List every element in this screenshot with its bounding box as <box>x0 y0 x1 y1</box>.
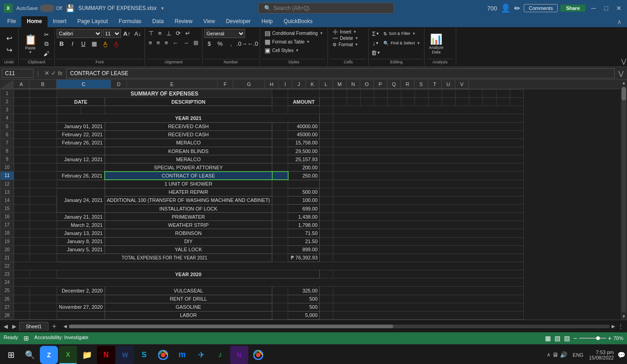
cell-i1[interactable] <box>333 90 347 98</box>
cell-desc7[interactable]: MERALCO <box>105 139 272 147</box>
cell-a4[interactable] <box>14 114 30 122</box>
cell-date27[interactable]: November 27, 2020 <box>57 303 105 311</box>
cell-desc8[interactable]: KOREAN BLINDS <box>105 147 272 155</box>
cell-h2[interactable] <box>320 98 333 106</box>
taskbar-messenger-app[interactable]: m <box>173 346 191 364</box>
indent-decrease-button[interactable]: ← <box>171 38 180 47</box>
taskbar-zoom-app[interactable]: Z <box>40 346 58 364</box>
undo-button[interactable]: ↩ <box>2 33 16 44</box>
font-selector[interactable]: Calibri <box>57 29 102 38</box>
cell-amt12[interactable] <box>288 180 320 188</box>
cell-a10[interactable] <box>14 163 30 172</box>
cell-date18[interactable]: January 13, 2021 <box>57 229 105 237</box>
zoom-slider[interactable] <box>579 338 606 339</box>
cell-b4[interactable] <box>30 114 57 122</box>
cell-m2[interactable] <box>388 98 401 106</box>
cell-rest14[interactable] <box>333 196 524 204</box>
cell-desc14[interactable]: ADDITIONAL 100 (TRANSFER OF WASHING MACH… <box>105 196 272 204</box>
cell-date11[interactable]: February 26, 2021 <box>57 172 105 180</box>
cell-a9[interactable] <box>14 155 30 163</box>
cell-b10[interactable] <box>30 163 57 172</box>
cell-date-header[interactable]: DATE <box>57 98 105 106</box>
taskbar-chrome2-app[interactable] <box>249 346 267 364</box>
vertical-scrollbar[interactable]: ▲ ▼ <box>621 80 627 320</box>
cell-amt18[interactable]: 71.50 <box>288 229 320 237</box>
cell-amt5[interactable]: 40000.00 <box>288 122 320 130</box>
col-header-a[interactable]: A <box>14 80 29 89</box>
cell-g3[interactable] <box>288 106 320 114</box>
cell-desc11-selected[interactable]: CONTRACT OF LEASE <box>105 172 272 180</box>
cell-a25[interactable] <box>14 287 30 295</box>
taskbar-start-button[interactable]: ⊞ <box>2 346 20 364</box>
cell-r1[interactable] <box>456 90 469 98</box>
cell-b12[interactable] <box>30 180 57 188</box>
col-header-e[interactable]: E <box>127 80 217 89</box>
cell-rest19[interactable] <box>333 237 524 245</box>
cell-r2[interactable] <box>456 98 469 106</box>
cell-b27[interactable] <box>30 303 57 311</box>
cell-a19[interactable] <box>14 237 30 245</box>
cell-a23[interactable] <box>14 270 30 278</box>
col-header-n[interactable]: N <box>347 80 360 89</box>
cell-desc12[interactable]: 1 UNIT OF SHOWER <box>105 180 272 188</box>
cell-e3[interactable] <box>105 106 272 114</box>
cell-b15[interactable] <box>30 204 57 212</box>
cell-n2[interactable] <box>401 98 415 106</box>
cell-f10[interactable] <box>272 163 288 172</box>
cell-f16[interactable] <box>272 213 288 221</box>
cell-amt14[interactable]: 100.00 <box>288 196 320 204</box>
accessibility-status[interactable]: Accessibility: Investigate <box>34 335 88 342</box>
cell-year2021[interactable]: YEAR 2021 <box>57 114 320 122</box>
taskbar-netflix-app[interactable]: N <box>97 346 115 364</box>
dec-decrease-button[interactable]: ←.0 <box>248 39 258 48</box>
cell-h13[interactable] <box>320 188 333 196</box>
cell-f15[interactable] <box>272 204 288 212</box>
cell-q2[interactable] <box>442 98 456 106</box>
zoom-in-button[interactable]: + <box>608 335 612 342</box>
cell-rest7[interactable] <box>333 139 524 147</box>
col-header-g[interactable]: G <box>233 80 265 89</box>
cell-amt19[interactable]: 21.50 <box>288 237 320 245</box>
clock[interactable]: 7:53 pm 15/08/2022 <box>589 350 614 360</box>
cell-date26[interactable] <box>57 295 105 303</box>
cell-amt21[interactable]: ₱ 76,392.93 <box>288 254 320 262</box>
cell-a16[interactable] <box>14 213 30 221</box>
cell-desc13[interactable]: HEATER REPAIR <box>105 188 272 196</box>
align-bottom-button[interactable]: ⊥ <box>164 29 173 38</box>
next-sheet-arrow[interactable]: ▶ <box>10 323 18 330</box>
cell-date8[interactable] <box>57 147 105 155</box>
volume-icon[interactable]: 🔊 <box>560 351 567 358</box>
cell-h14[interactable] <box>320 196 333 204</box>
cell-f25[interactable] <box>272 287 288 295</box>
cell-h10[interactable] <box>320 163 333 172</box>
cell-b5[interactable] <box>30 122 57 130</box>
cell-desc15[interactable]: INSTALLATION OF LOCK <box>105 204 272 212</box>
cell-h25[interactable] <box>320 287 333 295</box>
scroll-track[interactable] <box>622 87 626 312</box>
cell-a3[interactable] <box>14 106 30 114</box>
percent-button[interactable]: % <box>215 39 225 48</box>
taskbar-word-app[interactable]: W <box>116 346 134 364</box>
cell-p2[interactable] <box>429 98 442 106</box>
cell-desc6[interactable]: RECEIVED CASH <box>105 130 272 139</box>
formula-fx-icon[interactable]: fx <box>58 70 63 77</box>
cell-f21[interactable] <box>272 254 288 262</box>
cell-h19[interactable] <box>320 237 333 245</box>
number-format-selector[interactable]: General <box>204 29 245 38</box>
col-header-r[interactable]: R <box>401 80 415 89</box>
zoom-slider-thumb[interactable] <box>596 336 600 340</box>
cell-b18[interactable] <box>30 229 57 237</box>
cell-a28[interactable] <box>14 311 30 319</box>
cell-h1[interactable] <box>320 90 333 98</box>
cell-t2[interactable] <box>483 98 497 106</box>
sheet-options-icon[interactable]: ⋮ <box>616 323 625 330</box>
cell-h11[interactable] <box>320 172 333 180</box>
cell-amt11[interactable]: 250.00 <box>288 172 320 180</box>
cell-rest16[interactable] <box>333 213 524 221</box>
maximize-button[interactable]: □ <box>602 4 611 13</box>
cell-b21[interactable] <box>30 254 57 262</box>
tab-home[interactable]: Home <box>21 16 47 27</box>
cell-j1[interactable] <box>347 90 361 98</box>
cell-rest20[interactable] <box>333 245 524 254</box>
cell-b14[interactable] <box>30 196 57 204</box>
